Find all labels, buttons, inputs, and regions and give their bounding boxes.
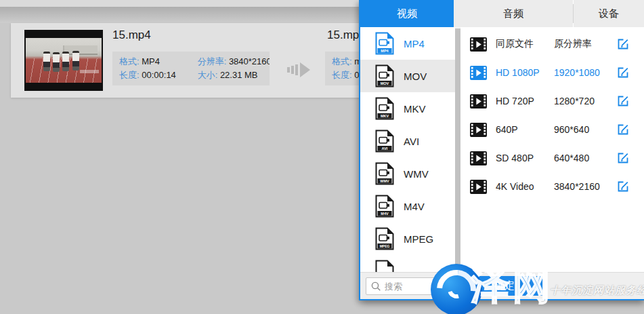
quality-list: 同原文件 原分辨率 HD 1080P 1920*1080 [460, 27, 644, 272]
format-item-label: MKV [404, 103, 426, 115]
quality-resolution: 640*480 [554, 153, 615, 163]
format-list-scrollbar[interactable] [455, 27, 460, 272]
source-info-box: 格式: MP4 分辨率: 3840*2160 长度: 00:00:14 大小: … [112, 52, 270, 85]
thumbnail-figure [53, 52, 60, 72]
scrollbar-thumb[interactable] [455, 28, 460, 267]
quality-resolution: 3840*2160 [554, 181, 615, 192]
format-item-label: WMV [404, 168, 429, 180]
film-strip-icon [470, 37, 487, 52]
format-item-mp4[interactable]: MP4 MP4 [360, 27, 455, 60]
mkv-file-icon: MKV [375, 97, 394, 120]
tab-audio[interactable]: 音频 [454, 0, 573, 27]
search-box [366, 277, 455, 295]
edit-icon[interactable] [616, 94, 630, 108]
format-item-label: M4V [404, 201, 425, 212]
film-strip-icon [470, 94, 487, 109]
film-strip-icon [470, 151, 487, 165]
svg-text:MPEG: MPEG [380, 244, 390, 248]
panel-tabs: 视频 音频 设备 [360, 0, 644, 27]
quality-item-hd1080p[interactable]: HD 1080P 1920*1080 [460, 58, 644, 87]
edit-icon[interactable] [616, 180, 630, 193]
format-item-label: MPEG [404, 233, 433, 245]
size-value: 22.31 MB [220, 70, 258, 80]
quality-name: HD 1080P [496, 67, 554, 78]
film-strip-icon [470, 180, 487, 194]
edit-icon[interactable] [616, 37, 630, 51]
format-item-label: MOV [404, 71, 427, 82]
thumbnail-figure [72, 51, 79, 71]
edit-icon[interactable] [616, 151, 630, 165]
quality-name: 640P [496, 124, 554, 135]
svg-text:MKV: MKV [381, 114, 389, 118]
video-thumbnail [24, 30, 103, 91]
film-strip-icon [470, 66, 487, 80]
quality-resolution: 1920*1080 [554, 67, 615, 78]
avi-file-icon: AVI [375, 130, 394, 153]
format-value: MP4 [142, 56, 160, 66]
thumbnail-figure [62, 52, 69, 71]
quality-item-source[interactable]: 同原文件 原分辨率 [460, 30, 644, 58]
duration-label: 长度: [332, 70, 352, 80]
convert-arrow-icon [287, 61, 310, 79]
edit-icon[interactable] [616, 123, 630, 136]
film-strip-icon [470, 123, 487, 137]
file-icon [375, 260, 394, 272]
quality-item-4k[interactable]: 4K Video 3840*2160 [460, 172, 644, 201]
mov-file-icon: MOV [375, 64, 394, 87]
format-item-label: MP4 [404, 38, 425, 50]
quality-resolution: 原分辨率 [554, 38, 615, 50]
quality-item-sd480p[interactable]: SD 480P 640*480 [460, 144, 644, 172]
search-icon [370, 281, 381, 292]
thumbnail-scene [26, 38, 102, 83]
format-item-m4v[interactable]: M4V M4V [360, 190, 455, 222]
format-item-wmv[interactable]: WMV WMV [360, 157, 455, 190]
quality-name: 4K Video [496, 181, 554, 192]
format-item-label: AVI [404, 136, 419, 147]
source-file-title: 15.mp4 [112, 28, 151, 42]
tab-device[interactable]: 设备 [574, 0, 644, 27]
edit-icon[interactable] [616, 66, 630, 79]
resolution-value: 3840*2160 [229, 56, 270, 66]
mp4-file-icon: MP4 [375, 32, 394, 55]
quality-name: HD 720P [496, 96, 554, 106]
app-window: 15.mp4 格式: MP4 分辨率: 3840*2160 长度: 00:00:… [0, 0, 644, 314]
mpeg-file-icon: MPEG [375, 227, 394, 250]
quality-resolution: 960*640 [554, 124, 615, 135]
thumbnail-figure [43, 52, 50, 71]
confirm-button[interactable]: 确定 [466, 276, 543, 296]
m4v-file-icon: M4V [375, 195, 394, 218]
size-label: 大小: [198, 70, 218, 80]
format-list: MP4 MP4 MOV [360, 27, 455, 272]
output-format-panel: 视频 音频 设备 MP4 [359, 0, 644, 300]
svg-text:MP4: MP4 [381, 49, 389, 53]
quality-name: 同原文件 [496, 38, 554, 50]
wmv-file-icon: WMV [375, 162, 394, 185]
tab-video[interactable]: 视频 [360, 0, 454, 27]
format-label: 格式: [332, 56, 352, 66]
svg-text:M4V: M4V [381, 212, 389, 216]
format-item-avi[interactable]: AVI AVI [360, 125, 455, 157]
quality-resolution: 1280*720 [554, 96, 615, 106]
svg-text:MOV: MOV [381, 81, 389, 85]
format-item-partial[interactable] [360, 255, 455, 272]
format-label: 格式: [119, 56, 139, 66]
resolution-label: 分辨率: [198, 56, 227, 66]
thumbnail-watermark [80, 70, 99, 73]
svg-text:AVI: AVI [382, 146, 388, 151]
format-item-mpeg[interactable]: MPEG MPEG [360, 222, 455, 255]
quality-item-640p[interactable]: 640P 960*640 [460, 115, 644, 144]
format-item-mov[interactable]: MOV MOV [360, 60, 455, 92]
quality-name: SD 480P [496, 153, 554, 163]
duration-label: 长度: [119, 70, 139, 80]
format-item-mkv[interactable]: MKV MKV [360, 92, 455, 125]
svg-text:WMV: WMV [380, 179, 389, 183]
quality-item-hd720p[interactable]: HD 720P 1280*720 [460, 87, 644, 115]
panel-footer: 确定 [360, 272, 644, 299]
duration-value: 00:00:14 [142, 70, 176, 80]
search-input[interactable] [385, 281, 450, 292]
